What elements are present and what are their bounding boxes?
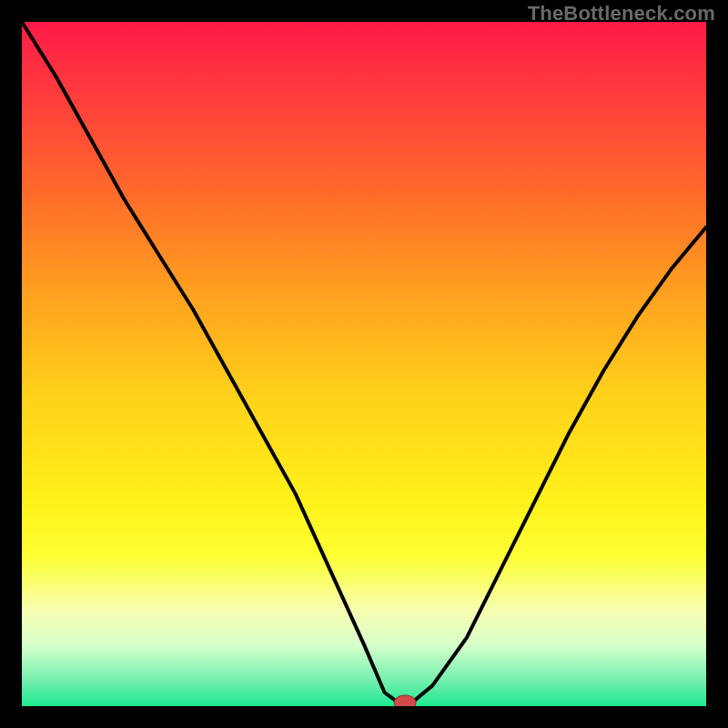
bottleneck-chart xyxy=(22,22,706,706)
chart-frame: TheBottleneck.com xyxy=(0,0,728,728)
optimal-point-marker xyxy=(394,695,416,706)
gradient-background xyxy=(22,22,706,706)
